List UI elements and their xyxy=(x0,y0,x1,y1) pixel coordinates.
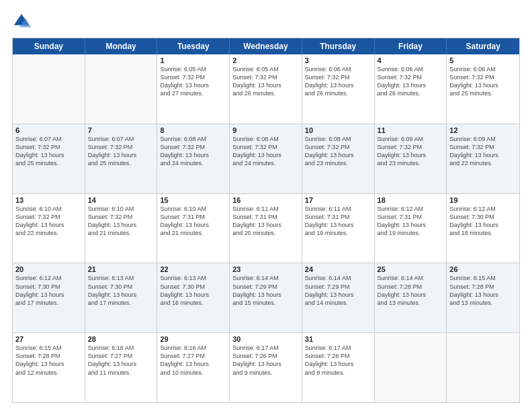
day-cell-11: 11Sunrise: 6:09 AM Sunset: 7:32 PM Dayli… xyxy=(375,124,447,193)
logo-icon xyxy=(12,12,31,31)
day-info: Sunrise: 6:06 AM Sunset: 7:32 PM Dayligh… xyxy=(305,65,371,98)
day-number: 3 xyxy=(305,56,371,64)
day-info: Sunrise: 6:15 AM Sunset: 7:28 PM Dayligh… xyxy=(15,344,82,377)
day-info: Sunrise: 6:17 AM Sunset: 7:26 PM Dayligh… xyxy=(305,344,371,377)
day-info: Sunrise: 6:13 AM Sunset: 7:30 PM Dayligh… xyxy=(160,274,226,307)
day-info: Sunrise: 6:06 AM Sunset: 7:32 PM Dayligh… xyxy=(378,65,444,98)
day-info: Sunrise: 6:17 AM Sunset: 7:26 PM Dayligh… xyxy=(232,344,299,377)
day-info: Sunrise: 6:08 AM Sunset: 7:32 PM Dayligh… xyxy=(160,135,226,168)
day-cell-23: 23Sunrise: 6:14 AM Sunset: 7:29 PM Dayli… xyxy=(230,263,302,332)
day-number: 5 xyxy=(449,56,517,64)
week-row-5: 27Sunrise: 6:15 AM Sunset: 7:28 PM Dayli… xyxy=(13,333,519,402)
day-cell-16: 16Sunrise: 6:11 AM Sunset: 7:31 PM Dayli… xyxy=(230,194,302,263)
day-info: Sunrise: 6:16 AM Sunset: 7:27 PM Dayligh… xyxy=(160,344,226,377)
day-cell-12: 12Sunrise: 6:09 AM Sunset: 7:32 PM Dayli… xyxy=(447,124,519,193)
week-row-1: 1Sunrise: 6:05 AM Sunset: 7:32 PM Daylig… xyxy=(13,54,519,124)
day-number: 16 xyxy=(232,196,299,204)
day-cell-29: 29Sunrise: 6:16 AM Sunset: 7:27 PM Dayli… xyxy=(157,333,230,402)
day-number: 25 xyxy=(378,265,444,273)
day-info: Sunrise: 6:11 AM Sunset: 7:31 PM Dayligh… xyxy=(305,205,371,238)
day-header-thursday: Thursday xyxy=(302,38,375,54)
header xyxy=(12,12,520,31)
day-number: 18 xyxy=(378,196,444,204)
day-cell-28: 28Sunrise: 6:16 AM Sunset: 7:27 PM Dayli… xyxy=(85,333,158,402)
day-number: 4 xyxy=(378,56,444,64)
day-cell-10: 10Sunrise: 6:08 AM Sunset: 7:32 PM Dayli… xyxy=(302,124,375,193)
day-cell-22: 22Sunrise: 6:13 AM Sunset: 7:30 PM Dayli… xyxy=(157,263,230,332)
day-cell-empty xyxy=(13,54,85,124)
day-cell-15: 15Sunrise: 6:10 AM Sunset: 7:31 PM Dayli… xyxy=(157,194,230,263)
day-cell-empty xyxy=(375,333,447,402)
day-info: Sunrise: 6:07 AM Sunset: 7:32 PM Dayligh… xyxy=(15,135,82,168)
day-number: 13 xyxy=(15,196,82,204)
day-cell-empty xyxy=(447,333,519,402)
day-cell-3: 3Sunrise: 6:06 AM Sunset: 7:32 PM Daylig… xyxy=(302,54,375,124)
day-info: Sunrise: 6:11 AM Sunset: 7:31 PM Dayligh… xyxy=(232,205,299,238)
day-cell-6: 6Sunrise: 6:07 AM Sunset: 7:32 PM Daylig… xyxy=(13,124,85,193)
day-cell-8: 8Sunrise: 6:08 AM Sunset: 7:32 PM Daylig… xyxy=(157,124,230,193)
day-number: 24 xyxy=(305,265,371,273)
week-row-2: 6Sunrise: 6:07 AM Sunset: 7:32 PM Daylig… xyxy=(13,124,519,194)
day-number: 11 xyxy=(378,126,444,134)
day-number: 10 xyxy=(305,126,371,134)
page: SundayMondayTuesdayWednesdayThursdayFrid… xyxy=(0,0,532,411)
day-number: 28 xyxy=(88,335,154,343)
day-number: 17 xyxy=(305,196,371,204)
day-number: 27 xyxy=(15,335,82,343)
day-cell-26: 26Sunrise: 6:15 AM Sunset: 7:28 PM Dayli… xyxy=(447,263,519,332)
day-info: Sunrise: 6:12 AM Sunset: 7:30 PM Dayligh… xyxy=(15,274,82,307)
calendar: SundayMondayTuesdayWednesdayThursdayFrid… xyxy=(12,38,520,403)
day-info: Sunrise: 6:05 AM Sunset: 7:32 PM Dayligh… xyxy=(232,65,299,98)
day-info: Sunrise: 6:08 AM Sunset: 7:32 PM Dayligh… xyxy=(305,135,371,168)
day-number: 9 xyxy=(232,126,299,134)
day-cell-25: 25Sunrise: 6:14 AM Sunset: 7:28 PM Dayli… xyxy=(375,263,447,332)
day-info: Sunrise: 6:06 AM Sunset: 7:32 PM Dayligh… xyxy=(449,65,517,98)
day-number: 21 xyxy=(88,265,154,273)
day-number: 19 xyxy=(449,196,517,204)
day-cell-31: 31Sunrise: 6:17 AM Sunset: 7:26 PM Dayli… xyxy=(302,333,375,402)
day-header-tuesday: Tuesday xyxy=(157,38,230,54)
day-cell-18: 18Sunrise: 6:12 AM Sunset: 7:31 PM Dayli… xyxy=(375,194,447,263)
day-header-friday: Friday xyxy=(375,38,447,54)
day-cell-27: 27Sunrise: 6:15 AM Sunset: 7:28 PM Dayli… xyxy=(13,333,85,402)
week-row-3: 13Sunrise: 6:10 AM Sunset: 7:32 PM Dayli… xyxy=(13,194,519,264)
day-number: 7 xyxy=(88,126,154,134)
day-number: 6 xyxy=(15,126,82,134)
day-info: Sunrise: 6:05 AM Sunset: 7:32 PM Dayligh… xyxy=(160,65,226,98)
day-header-monday: Monday xyxy=(85,38,158,54)
day-headers: SundayMondayTuesdayWednesdayThursdayFrid… xyxy=(13,38,519,54)
day-number: 12 xyxy=(449,126,517,134)
day-info: Sunrise: 6:09 AM Sunset: 7:32 PM Dayligh… xyxy=(378,135,444,168)
day-number: 26 xyxy=(449,265,517,273)
day-info: Sunrise: 6:12 AM Sunset: 7:31 PM Dayligh… xyxy=(378,205,444,238)
day-info: Sunrise: 6:09 AM Sunset: 7:32 PM Dayligh… xyxy=(449,135,517,168)
day-cell-19: 19Sunrise: 6:12 AM Sunset: 7:30 PM Dayli… xyxy=(447,194,519,263)
day-header-wednesday: Wednesday xyxy=(230,38,302,54)
day-info: Sunrise: 6:07 AM Sunset: 7:32 PM Dayligh… xyxy=(88,135,154,168)
day-cell-empty xyxy=(85,54,158,124)
week-row-4: 20Sunrise: 6:12 AM Sunset: 7:30 PM Dayli… xyxy=(13,263,519,333)
day-number: 22 xyxy=(160,265,226,273)
day-info: Sunrise: 6:14 AM Sunset: 7:29 PM Dayligh… xyxy=(305,274,371,307)
day-info: Sunrise: 6:12 AM Sunset: 7:30 PM Dayligh… xyxy=(449,205,517,238)
day-number: 23 xyxy=(232,265,299,273)
day-cell-20: 20Sunrise: 6:12 AM Sunset: 7:30 PM Dayli… xyxy=(13,263,85,332)
day-number: 29 xyxy=(160,335,226,343)
day-info: Sunrise: 6:10 AM Sunset: 7:32 PM Dayligh… xyxy=(88,205,154,238)
day-info: Sunrise: 6:15 AM Sunset: 7:28 PM Dayligh… xyxy=(449,274,517,307)
day-cell-2: 2Sunrise: 6:05 AM Sunset: 7:32 PM Daylig… xyxy=(230,54,302,124)
day-cell-21: 21Sunrise: 6:13 AM Sunset: 7:30 PM Dayli… xyxy=(85,263,158,332)
day-cell-7: 7Sunrise: 6:07 AM Sunset: 7:32 PM Daylig… xyxy=(85,124,158,193)
day-info: Sunrise: 6:08 AM Sunset: 7:32 PM Dayligh… xyxy=(232,135,299,168)
day-number: 15 xyxy=(160,196,226,204)
day-header-saturday: Saturday xyxy=(447,38,519,54)
day-cell-17: 17Sunrise: 6:11 AM Sunset: 7:31 PM Dayli… xyxy=(302,194,375,263)
day-cell-4: 4Sunrise: 6:06 AM Sunset: 7:32 PM Daylig… xyxy=(375,54,447,124)
day-info: Sunrise: 6:14 AM Sunset: 7:29 PM Dayligh… xyxy=(232,274,299,307)
day-cell-24: 24Sunrise: 6:14 AM Sunset: 7:29 PM Dayli… xyxy=(302,263,375,332)
day-number: 2 xyxy=(232,56,299,64)
day-info: Sunrise: 6:10 AM Sunset: 7:32 PM Dayligh… xyxy=(15,205,82,238)
day-info: Sunrise: 6:13 AM Sunset: 7:30 PM Dayligh… xyxy=(88,274,154,307)
day-cell-5: 5Sunrise: 6:06 AM Sunset: 7:32 PM Daylig… xyxy=(447,54,519,124)
day-info: Sunrise: 6:10 AM Sunset: 7:31 PM Dayligh… xyxy=(160,205,226,238)
